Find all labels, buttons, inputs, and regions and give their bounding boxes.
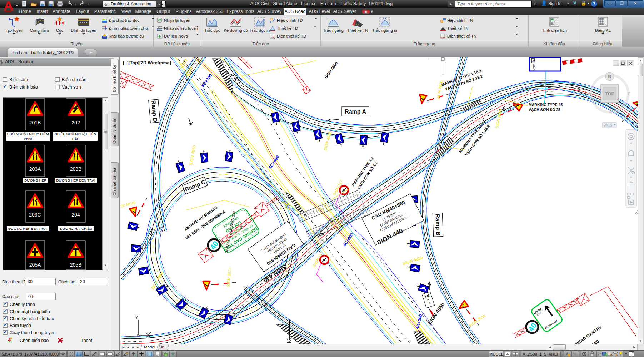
svg-text:203C: 203C (29, 212, 41, 218)
svg-text:203A: 203A (29, 166, 41, 172)
svg-text:VẠCH SƠN SỐ 25: VẠCH SƠN SỐ 25 (529, 107, 560, 112)
svg-text:MARKING TYPE 25: MARKING TYPE 25 (529, 103, 563, 107)
svg-text:204: 204 (71, 212, 80, 218)
svg-text:202: 202 (71, 120, 80, 125)
svg-text:205A: 205A (29, 262, 41, 268)
svg-text:203B: 203B (70, 166, 82, 172)
svg-text:S: S (609, 108, 612, 114)
svg-text:Y: Y (135, 314, 138, 320)
svg-text:W: W (588, 91, 592, 96)
svg-text:QUẢNG: QUẢNG (532, 60, 535, 70)
svg-text:201B: 201B (29, 120, 41, 125)
svg-text:N: N (608, 74, 611, 79)
svg-text:205B: 205B (70, 262, 82, 268)
svg-text:E: E (628, 91, 631, 96)
svg-text:WCS: WCS (604, 123, 613, 127)
svg-text:Ramp B: Ramp B (434, 214, 441, 235)
svg-text:Ramp A: Ramp A (345, 109, 366, 115)
svg-text:[−][Top][2D Wireframe]: [−][Top][2D Wireframe] (123, 60, 171, 65)
svg-text:TOP: TOP (605, 91, 615, 96)
